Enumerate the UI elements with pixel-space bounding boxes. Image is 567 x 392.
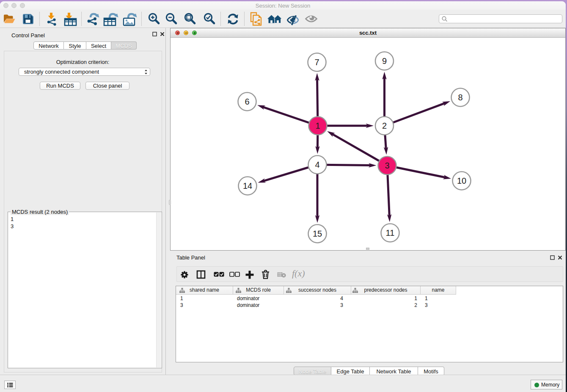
svg-text:4: 4	[315, 160, 319, 169]
svg-text:15: 15	[313, 229, 322, 238]
svg-text:14: 14	[243, 181, 252, 190]
svg-text:8: 8	[458, 93, 462, 102]
svg-text:1: 1	[315, 121, 320, 130]
svg-text:11: 11	[386, 228, 395, 237]
svg-text:7: 7	[314, 58, 319, 67]
svg-text:10: 10	[457, 176, 466, 185]
svg-text:6: 6	[245, 97, 249, 106]
svg-text:9: 9	[382, 56, 387, 66]
svg-text:3: 3	[385, 161, 389, 170]
svg-text:2: 2	[382, 121, 387, 130]
